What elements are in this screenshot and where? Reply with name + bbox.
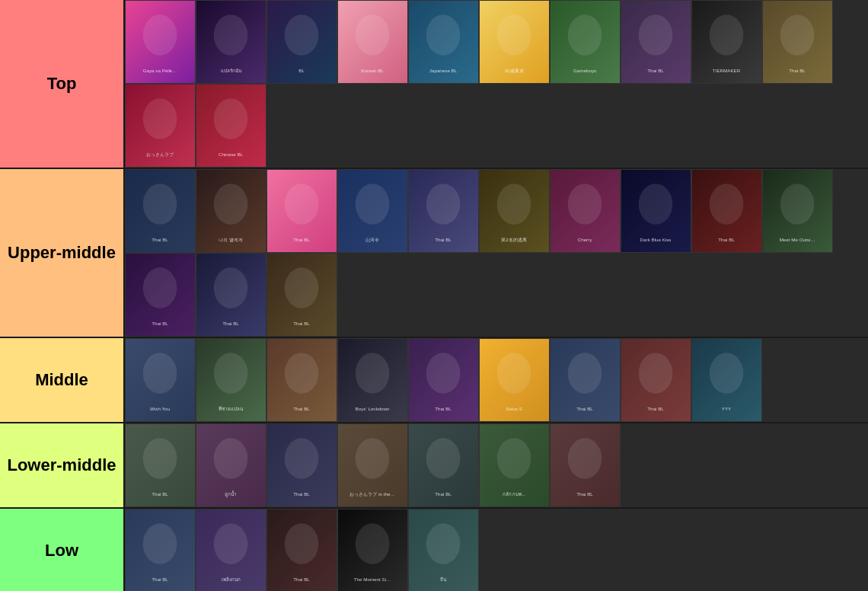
svg-text:Thai BL: Thai BL: [435, 406, 452, 411]
list-item[interactable]: ลูกน้ำ: [196, 423, 266, 507]
poster-title: Gameboys: [550, 1, 620, 83]
poster-title: Gaya sa Pelik…: [126, 1, 195, 83]
list-item[interactable]: The Moment Si…: [337, 509, 408, 591]
svg-point-130: [285, 523, 319, 564]
svg-point-100: [710, 353, 744, 394]
svg-point-16: [497, 14, 531, 56]
tier-label-middle: Middle: [0, 338, 123, 422]
poster-title: Thai BL: [621, 339, 691, 421]
list-item[interactable]: TIERMAKER: [691, 0, 762, 84]
svg-point-73: [285, 267, 319, 308]
list-item[interactable]: Sotus S: [479, 338, 550, 422]
list-item[interactable]: Thai BL: [621, 0, 691, 84]
list-item[interactable]: Thai BL: [125, 423, 196, 507]
list-item[interactable]: เพลิงกนก: [196, 509, 266, 591]
poster-title: Boys' Lockdown: [338, 339, 407, 421]
list-item[interactable]: Thai BL: [125, 253, 196, 337]
svg-point-55: [568, 184, 602, 225]
list-item[interactable]: พี่ชายแปลน: [196, 338, 266, 422]
svg-text:กลัก กบพ...: กลัก กบพ...: [503, 491, 526, 497]
poster-title: BL: [267, 1, 337, 83]
svg-text:Thai BL: Thai BL: [789, 68, 806, 73]
poster-title: Thai BL: [550, 339, 620, 421]
list-item[interactable]: Japanese BL: [408, 0, 479, 84]
svg-text:Dark Blue Kiss: Dark Blue Kiss: [640, 237, 672, 242]
poster-title: Thai BL: [267, 170, 337, 252]
list-item[interactable]: Gameboys: [550, 0, 621, 84]
svg-point-19: [568, 14, 602, 56]
list-item[interactable]: Thai BL: [266, 509, 337, 591]
poster-title: Thai BL: [409, 424, 478, 506]
list-item[interactable]: Thai BL: [125, 169, 196, 253]
list-item[interactable]: 30歳童貞: [479, 0, 550, 84]
list-item[interactable]: YYY: [691, 338, 762, 422]
list-item[interactable]: Meet Me Outsi…: [762, 169, 833, 253]
svg-text:Japanese BL: Japanese BL: [429, 68, 458, 73]
svg-point-112: [356, 438, 390, 479]
list-item[interactable]: แปลรักฉัน: [196, 0, 266, 84]
list-item[interactable]: Thai BL: [408, 169, 479, 253]
svg-point-106: [214, 438, 248, 479]
list-item[interactable]: Thai BL: [621, 338, 691, 422]
poster-title: Thai BL: [126, 170, 195, 252]
list-item[interactable]: Cherry: [550, 169, 621, 253]
list-item[interactable]: 나의 별에게: [196, 169, 266, 253]
tier-row-upper-middle: Upper-middleThai BL나의 별에게Thai BL山河令Thai …: [0, 169, 868, 338]
list-item[interactable]: Thai BL: [550, 423, 621, 507]
list-item[interactable]: 山河令: [337, 169, 408, 253]
list-item[interactable]: Gaya sa Pelik…: [125, 0, 196, 84]
poster-title: พี่ชายแปลน: [196, 339, 266, 421]
poster-title: おっさんラブ in the…: [338, 424, 407, 506]
svg-text:山河令: 山河令: [365, 237, 379, 242]
list-item[interactable]: กลัก กบพ...: [479, 423, 550, 507]
svg-point-28: [780, 14, 815, 56]
svg-text:BL: BL: [298, 68, 305, 73]
list-item[interactable]: Thai BL: [691, 169, 762, 253]
poster-title: Thai BL: [409, 170, 478, 252]
svg-text:Thai BL: Thai BL: [293, 577, 310, 582]
poster-title: แปลรักฉัน: [196, 1, 266, 83]
tier-label-upper-middle: Upper-middle: [0, 169, 123, 337]
list-item[interactable]: Thai BL: [266, 423, 337, 507]
list-item[interactable]: Thai BL: [196, 253, 266, 337]
svg-point-13: [426, 14, 461, 56]
list-item[interactable]: おっさんラブ: [125, 84, 196, 168]
svg-point-61: [710, 184, 744, 225]
svg-point-136: [426, 523, 461, 564]
list-item[interactable]: Thai BL: [266, 169, 337, 253]
svg-text:Thai BL: Thai BL: [576, 406, 593, 411]
poster-title: Thai BL: [126, 254, 195, 336]
svg-text:30歳童貞: 30歳童貞: [505, 68, 524, 73]
svg-text:第2名的逃离: 第2名的逃离: [501, 237, 526, 242]
list-item[interactable]: Dark Blue Kiss: [621, 169, 691, 253]
svg-text:Thai BL: Thai BL: [222, 321, 239, 326]
svg-text:Chinese BL: Chinese BL: [219, 152, 244, 157]
poster-title: Thai BL: [763, 1, 832, 83]
svg-point-103: [143, 438, 177, 479]
poster-title: Sotus S: [480, 339, 549, 421]
svg-text:Gameboys: Gameboys: [573, 68, 596, 73]
list-item[interactable]: Thai BL: [408, 338, 479, 422]
list-item[interactable]: Korean BL: [337, 0, 408, 84]
list-item[interactable]: Wish You: [125, 338, 196, 422]
svg-text:Thai BL: Thai BL: [718, 237, 735, 242]
list-item[interactable]: Thai BL: [266, 338, 337, 422]
svg-point-1: [143, 14, 177, 56]
svg-text:ลูกน้ำ: ลูกน้ำ: [225, 490, 237, 497]
svg-point-58: [639, 184, 673, 225]
svg-point-91: [497, 353, 531, 394]
poster-title: 第2名的逃离: [480, 170, 549, 252]
svg-point-7: [285, 14, 319, 56]
list-item[interactable]: Thai BL: [550, 338, 621, 422]
list-item[interactable]: จีน: [408, 509, 479, 591]
list-item[interactable]: Thai BL: [408, 423, 479, 507]
list-item[interactable]: Boys' Lockdown: [337, 338, 408, 422]
list-item[interactable]: Thai BL: [266, 253, 337, 337]
list-item[interactable]: BL: [266, 0, 337, 84]
list-item[interactable]: Thai BL: [125, 509, 196, 591]
poster-title: The Moment Si…: [338, 510, 407, 591]
list-item[interactable]: Thai BL: [762, 0, 833, 84]
list-item[interactable]: おっさんラブ in the…: [337, 423, 408, 507]
list-item[interactable]: 第2名的逃离: [479, 169, 550, 253]
list-item[interactable]: Chinese BL: [196, 84, 266, 168]
